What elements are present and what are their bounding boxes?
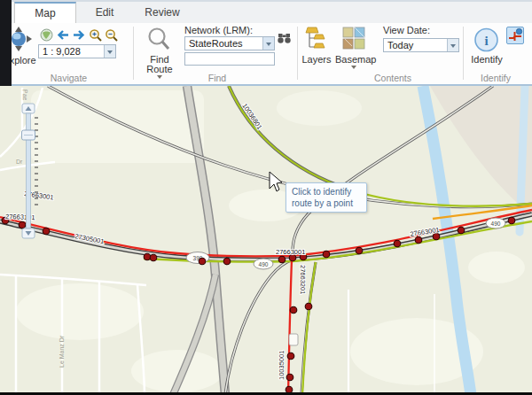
tab-bar: Map Edit Review xyxy=(0,0,532,23)
svg-text:i: i xyxy=(484,34,488,48)
view-date-dropdown-button[interactable] xyxy=(447,39,458,51)
basemap-button[interactable] xyxy=(342,27,365,51)
shield-490-east: 490 xyxy=(491,221,501,227)
basemap-icon xyxy=(342,27,365,51)
view-date-combobox[interactable]: Today xyxy=(383,38,459,52)
zoom-out-button[interactable] xyxy=(105,28,119,42)
full-extent-button[interactable] xyxy=(40,28,54,42)
identify-route-by-point-toggle[interactable] xyxy=(506,27,524,44)
land-parcel xyxy=(16,283,144,340)
route-input[interactable] xyxy=(184,52,275,66)
layers-button[interactable] xyxy=(305,26,326,52)
route-label: 10035001 xyxy=(278,351,286,380)
zoom-in-button[interactable] xyxy=(89,28,103,42)
network-dropdown-button[interactable] xyxy=(262,37,274,50)
shield-small xyxy=(289,334,298,345)
ribbon-body: Explore xyxy=(0,23,532,84)
shield-490-center: 490 xyxy=(259,261,269,267)
group-divider xyxy=(463,27,464,80)
route-label: 27663201 xyxy=(299,265,307,294)
identify-route-icon xyxy=(507,27,523,43)
land-parcel xyxy=(468,252,525,283)
land-parcel xyxy=(277,90,362,126)
scale-combobox[interactable]: 1 : 9,028 xyxy=(38,44,116,58)
find-group-label: Find xyxy=(182,73,253,84)
ribbon: Map Edit Review Explore xyxy=(0,0,532,86)
street-label: Dr xyxy=(16,159,23,165)
map-viewport[interactable]: 390 490 490 xyxy=(0,86,532,395)
search-routes-button[interactable] xyxy=(278,32,292,45)
scale-value: 1 : 9,028 xyxy=(43,46,102,58)
find-route-magnifier-icon xyxy=(145,26,173,52)
land-parcel xyxy=(31,90,204,163)
identify-icon: i xyxy=(473,27,499,52)
street-label: Le Manz Dr xyxy=(59,335,65,368)
arrow-left-icon xyxy=(56,28,70,42)
identify-button[interactable]: i xyxy=(473,27,499,52)
find-route-dropdown-caret[interactable] xyxy=(157,75,162,79)
scale-dropdown-button[interactable] xyxy=(104,45,115,58)
basemap-dropdown-caret[interactable] xyxy=(351,66,356,69)
network-lrm-label: Network (LRM): xyxy=(184,25,253,35)
identify-group-label: Identify xyxy=(463,73,528,84)
find-route-label-line2: Route xyxy=(142,64,177,74)
network-value: StateRoutes xyxy=(189,38,261,50)
route-label: 27663001 xyxy=(276,248,305,256)
view-date-label: View Date: xyxy=(383,25,430,35)
tooltip-line1: Click to identify xyxy=(292,186,361,198)
tab-edit[interactable]: Edit xyxy=(77,2,132,25)
tab-map[interactable]: Map xyxy=(14,2,76,25)
street-label: Pae xyxy=(22,89,28,101)
arrow-right-icon xyxy=(72,28,86,42)
basemap-label: Basemap xyxy=(335,54,374,65)
zoom-out-icon xyxy=(105,28,119,43)
view-date-value: Today xyxy=(387,40,445,51)
canal xyxy=(520,86,525,232)
zoom-in-icon xyxy=(89,28,103,43)
identify-tooltip: Click to identify route by a point xyxy=(286,182,367,213)
layers-label: Layers xyxy=(300,54,333,65)
navigate-group-label: Navigate xyxy=(22,73,115,84)
map-canvas[interactable]: 390 490 490 xyxy=(0,86,532,395)
mouse-cursor xyxy=(270,172,282,191)
find-route-button[interactable] xyxy=(145,26,173,52)
binoculars-icon xyxy=(278,32,291,44)
tooltip-line2: route by a point xyxy=(292,198,361,209)
app-window: Map Edit Review Explore xyxy=(0,0,532,395)
layers-icon xyxy=(305,26,326,52)
window-edge xyxy=(0,0,12,86)
group-divider xyxy=(297,27,298,80)
back-button[interactable] xyxy=(56,28,70,42)
contents-group-label: Contents xyxy=(353,73,433,84)
group-divider xyxy=(133,27,134,80)
identify-button-label: Identify xyxy=(468,54,505,65)
tab-review[interactable]: Review xyxy=(133,2,192,25)
globe-icon xyxy=(40,28,53,42)
forward-button[interactable] xyxy=(72,28,86,42)
network-combobox[interactable]: StateRoutes xyxy=(184,36,275,50)
